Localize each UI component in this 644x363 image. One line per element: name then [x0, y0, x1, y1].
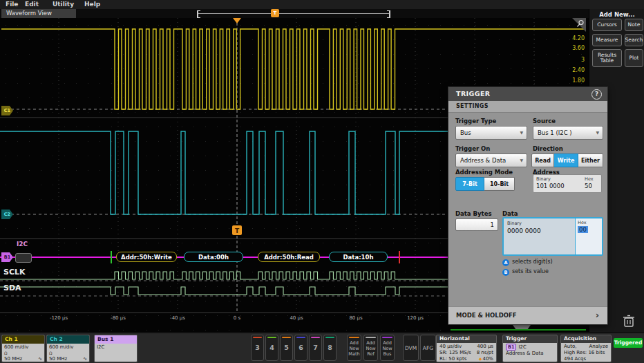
channel-number: 5	[281, 344, 292, 351]
channel-color-stripe	[282, 337, 291, 338]
channel-scale: 600 m/div	[49, 344, 87, 351]
horizontal-cell: RL: 50 kpts	[439, 356, 466, 362]
channel-number: 7	[310, 344, 321, 351]
direction-either-button[interactable]: Either	[578, 153, 603, 167]
tab-waveform-view[interactable]: Waveform View	[1, 9, 76, 18]
horizontal-row: SR: 125 MS/s8 ns/pt	[439, 350, 493, 356]
bus-decode-data: Data:00h	[184, 252, 243, 262]
channel-7-button[interactable]: 7	[309, 335, 322, 361]
vertical-scale-label: 3	[543, 57, 585, 63]
trigger-info-panel[interactable]: Trigger B1I2C Address & Data	[502, 335, 558, 362]
add-new-bus-button[interactable]: Add New Bus	[380, 335, 395, 361]
menu-edit[interactable]: Edit	[25, 1, 39, 8]
tab-strip: Waveform View T	[0, 9, 589, 18]
direction-write-button[interactable]: Write	[554, 153, 578, 167]
position-bracket-right[interactable]	[387, 10, 390, 18]
horizontal-position-indicator[interactable]	[197, 10, 390, 17]
menu-file[interactable]: File	[6, 1, 18, 8]
help-icon[interactable]: ?	[591, 89, 602, 100]
acquisition-cell: High Res: 16 bits	[564, 350, 605, 356]
add-new-plot-button[interactable]: Plot	[625, 49, 643, 67]
channel-number: 8	[324, 344, 336, 351]
add-new-note-button[interactable]: Note	[625, 19, 643, 31]
afg-button[interactable]: AFG	[420, 335, 436, 361]
add-new-results-table-button[interactable]: Results Table	[592, 49, 622, 67]
svg-text:T: T	[235, 227, 240, 234]
channel-6-button[interactable]: 6	[294, 335, 307, 361]
channel-color-stripe	[253, 337, 262, 338]
position-bracket-left[interactable]	[197, 10, 200, 18]
button-label: Add New Bus	[381, 340, 394, 357]
data-label: Data	[502, 210, 518, 217]
chevron-down-icon: ▼	[520, 154, 523, 167]
add-new-measure-button[interactable]: Measure	[592, 34, 622, 46]
channel-badge-body: I2C	[95, 344, 137, 362]
horizontal-cell: SR: 125 MS/s	[439, 350, 471, 356]
data-field[interactable]: Binary 0000 0000 Hex 00	[502, 217, 603, 256]
compression-icon: ◆	[479, 356, 482, 361]
channel-5-button[interactable]: 5	[280, 335, 293, 361]
sclk-label: SCLK	[3, 268, 26, 277]
channel-8-button[interactable]: 8	[323, 335, 337, 361]
chevron-right-icon: ›	[596, 310, 599, 320]
bus-decode-addr: Addr:50h:Read	[258, 252, 320, 262]
chevron-down-icon: ▼	[520, 127, 523, 139]
time-axis-label: -40 µs	[160, 315, 195, 321]
channel-scale: I2C	[97, 344, 135, 351]
acquisition-info-panel[interactable]: Acquisition Auto,AnalyzeHigh Res: 16 bit…	[560, 335, 612, 362]
b1-badge: B1	[506, 344, 516, 351]
horizontal-info-panel[interactable]: Horizontal 40 µs/div400 µsSR: 125 MS/s8 …	[436, 335, 497, 362]
channel-color-stripe	[325, 337, 334, 338]
button-color-stripe	[366, 337, 376, 338]
acquisition-cell: Analyze	[589, 344, 608, 350]
source-label: Source	[533, 118, 556, 124]
menu-utility[interactable]: Utility	[53, 1, 74, 8]
trigger-position-badge[interactable]: T	[271, 9, 279, 17]
channel-badge-ch-1[interactable]: Ch 1600 m/divΩ50 MHz∿	[1, 335, 45, 362]
mode-holdoff-bar[interactable]: MODE & HOLDOFF ›	[448, 306, 607, 324]
data-hex-value[interactable]: 00	[578, 226, 588, 233]
add-new-title: Add New...	[589, 11, 644, 18]
trigger-panel-titlebar[interactable]: TRIGGER ?	[448, 87, 607, 101]
add-new-search-button[interactable]: Search	[625, 34, 643, 46]
acquisition-cell: Auto,	[564, 344, 576, 350]
dvm-button[interactable]: DVM	[403, 335, 419, 361]
source-dropdown[interactable]: Bus 1 (I2C )▼	[533, 126, 603, 140]
chevron-down-icon: ▼	[596, 127, 599, 139]
addressing-mode-label: Addressing Mode	[455, 169, 513, 176]
trigger-info-title: Trigger	[503, 335, 557, 343]
menu-bar: FileEditUtilityHelp	[0, 0, 644, 9]
direction-label: Direction	[533, 145, 563, 152]
channel-badge-ch-2[interactable]: Ch 2600 m/divΩ50 MHz∿	[46, 335, 90, 362]
waveform-icon: ∿	[83, 356, 87, 362]
settings-tab[interactable]: SETTINGS	[448, 101, 607, 113]
data-hex-section[interactable]: Hex 00	[575, 218, 602, 254]
vertical-scale-label: 2.40	[543, 67, 585, 73]
direction-read-button[interactable]: Read	[531, 153, 554, 167]
address-field[interactable]: Binary 101 0000 Hex 50	[533, 174, 602, 193]
horizontal-row: 40 µs/div400 µs	[439, 344, 493, 350]
probe-icon: Ω	[49, 351, 87, 356]
mode-holdoff-label: MODE & HOLDOFF	[456, 312, 517, 319]
menu-help[interactable]: Help	[84, 1, 100, 8]
addressing-7-bit-button[interactable]: 7-Bit	[455, 177, 484, 191]
bus-collapsed-box[interactable]	[15, 253, 32, 263]
trigger-on-dropdown[interactable]: Address & Data▼	[455, 153, 527, 167]
add-new-math-button[interactable]: Add New Math	[347, 335, 361, 361]
add-new-cursors-button[interactable]: Cursors	[592, 19, 622, 31]
channel-color-stripe	[267, 337, 276, 338]
addressing-10-bit-button[interactable]: 10-Bit	[484, 177, 515, 191]
trash-icon[interactable]	[621, 314, 636, 328]
channel-4-button[interactable]: 4	[265, 335, 278, 361]
channel-badge-bus-1[interactable]: Bus 1I2C	[94, 335, 138, 362]
trigger-settings-panel: TRIGGER ? SETTINGS Trigger Type Bus▼ Sou…	[448, 86, 608, 325]
channel-number: 4	[266, 344, 278, 351]
data-bytes-field[interactable]: 1	[455, 218, 498, 231]
add-new-ref-button[interactable]: Add New Ref	[363, 335, 378, 361]
channel-color-stripe	[311, 337, 320, 338]
channel-badge-body: 600 m/divΩ50 MHz∿	[2, 344, 44, 362]
channel-3-button[interactable]: 3	[251, 335, 264, 361]
bus-section-label: I2C	[17, 241, 28, 248]
trigger-type-dropdown[interactable]: Bus▼	[455, 126, 527, 140]
channel-bandwidth: 50 MHz	[4, 356, 22, 362]
